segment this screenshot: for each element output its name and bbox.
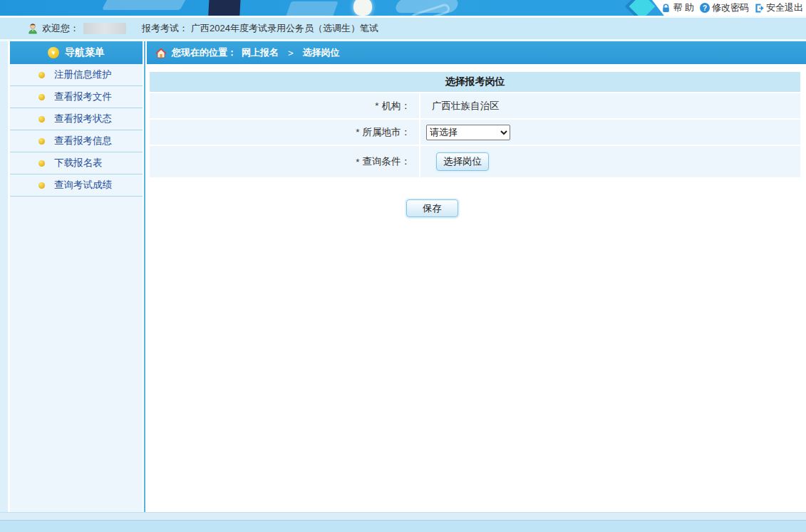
label-text: 机构： <box>382 100 411 113</box>
cube-illustration <box>629 0 656 16</box>
sidebar-item-view-exam-files[interactable]: 查看报考文件 <box>10 86 143 108</box>
sidebar-item-label: 下载报名表 <box>54 157 103 169</box>
form-row-organization: * 机构： 广西壮族自治区 <box>150 93 800 118</box>
required-asterisk: * <box>356 127 359 137</box>
sidebar-item-query-scores[interactable]: 查询考试成绩 <box>10 174 143 197</box>
sidebar-item-download-form[interactable]: 下载报名表 <box>10 152 143 174</box>
breadcrumb-section[interactable]: 网上报名 <box>242 46 279 59</box>
required-asterisk: * <box>375 100 378 111</box>
banner-illustration <box>102 0 188 10</box>
query-condition-value-cell: 选择岗位 <box>420 152 800 171</box>
main-content: 您现在的位置： 网上报名 > 选择岗位 选择报考岗位 * 机构： 广西壮族自治区 <box>147 41 806 512</box>
sidebar-item-register-info[interactable]: 注册信息维护 <box>10 64 143 86</box>
question-icon: ? <box>700 3 710 13</box>
organization-value: 广西壮族自治区 <box>432 100 500 113</box>
bullet-icon <box>38 72 45 78</box>
home-icon <box>155 48 167 58</box>
bullet-icon <box>38 94 45 100</box>
footer-lower-band <box>0 521 806 532</box>
redacted-username <box>83 23 126 34</box>
sidebar-item-label: 查看报考文件 <box>54 90 112 103</box>
sidebar-item-label: 查询考试成绩 <box>54 179 112 192</box>
lock-icon <box>661 4 671 13</box>
exam-prefix: 报考考试： <box>142 22 188 35</box>
chevron-down-icon: ▼ <box>48 47 59 58</box>
logout-label: 安全退出 <box>766 1 803 14</box>
sidebar-item-view-exam-info[interactable]: 查看报考信息 <box>10 130 143 152</box>
change-password-link[interactable]: ? 修改密码 <box>700 1 749 14</box>
bullet-icon <box>38 182 45 189</box>
save-button[interactable]: 保存 <box>406 199 458 217</box>
select-post-button[interactable]: 选择岗位 <box>436 152 489 171</box>
banner-illustration <box>284 1 338 16</box>
select-post-form: 选择报考岗位 * 机构： 广西壮族自治区 * 所属地市： <box>150 72 800 177</box>
sidebar-item-label: 查看报考信息 <box>54 135 112 147</box>
bullet-icon <box>38 116 45 122</box>
sidebar-item-label: 注册信息维护 <box>54 68 112 81</box>
sidebar-header: ▼ 导航菜单 <box>10 41 143 64</box>
exam-title: 广西2024年度考试录用公务员（选调生）笔试 <box>191 22 378 35</box>
breadcrumb-current: 选择岗位 <box>303 46 340 59</box>
sidebar: ▼ 导航菜单 注册信息维护 查看报考文件 查看报考状态 查看报考信息 下载 <box>8 41 143 512</box>
label-text: 查询条件： <box>363 155 411 168</box>
lightbulb-illustration <box>353 0 372 16</box>
sidebar-item-view-exam-status[interactable]: 查看报考状态 <box>10 108 143 130</box>
bullet-icon <box>38 138 45 145</box>
help-label: 帮 助 <box>673 1 694 14</box>
breadcrumb-prefix: 您现在的位置： <box>172 46 237 59</box>
logout-link[interactable]: 安全退出 <box>755 1 803 14</box>
help-link[interactable]: 帮 助 <box>661 1 694 14</box>
topbar-links: 帮 助 ? 修改密码 安全退出 <box>661 0 803 16</box>
breadcrumb: 您现在的位置： 网上报名 > 选择岗位 <box>147 41 806 64</box>
sidebar-title: 导航菜单 <box>65 46 105 59</box>
form-title: 选择报考岗位 <box>150 72 800 92</box>
breadcrumb-separator: > <box>288 48 294 58</box>
form-row-city: * 所属地市： 请选择 <box>150 120 800 145</box>
organization-label: * 机构： <box>150 93 420 118</box>
query-condition-label: * 查询条件： <box>150 146 420 177</box>
change-password-label: 修改密码 <box>712 1 749 14</box>
city-value-cell: 请选择 <box>420 125 800 140</box>
sidebar-item-label: 查看报考状态 <box>54 113 112 125</box>
footer-upper-band <box>0 513 806 521</box>
page: 帮 助 ? 修改密码 安全退出 <box>0 0 806 532</box>
organization-value-cell: 广西壮族自治区 <box>420 100 800 113</box>
label-text: 所属地市： <box>363 126 411 139</box>
required-asterisk: * <box>356 157 359 167</box>
welcome-bar: 欢迎您： 报考考试： 广西2024年度考试录用公务员（选调生）笔试 <box>0 16 806 41</box>
city-label: * 所属地市： <box>150 120 420 145</box>
banner-illustration <box>208 0 241 16</box>
bullet-icon <box>38 160 45 167</box>
user-avatar-icon <box>27 23 38 34</box>
logout-icon <box>755 4 764 13</box>
top-banner: 帮 助 ? 修改密码 安全退出 <box>0 0 806 16</box>
city-select[interactable]: 请选择 <box>426 125 510 140</box>
welcome-greeting: 欢迎您： <box>42 22 79 35</box>
body: ▼ 导航菜单 注册信息维护 查看报考文件 查看报考状态 查看报考信息 下载 <box>0 41 806 512</box>
form-row-query-condition: * 查询条件： 选择岗位 <box>150 146 800 177</box>
